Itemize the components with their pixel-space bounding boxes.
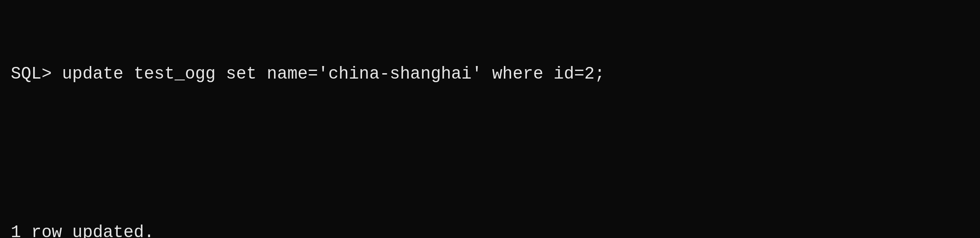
- terminal-window[interactable]: SQL> update test_ogg set name='china-sha…: [0, 0, 980, 238]
- empty-line-1: [11, 140, 969, 167]
- update-result: 1 row updated.: [11, 220, 969, 238]
- sql-update-command: SQL> update test_ogg set name='china-sha…: [11, 61, 969, 88]
